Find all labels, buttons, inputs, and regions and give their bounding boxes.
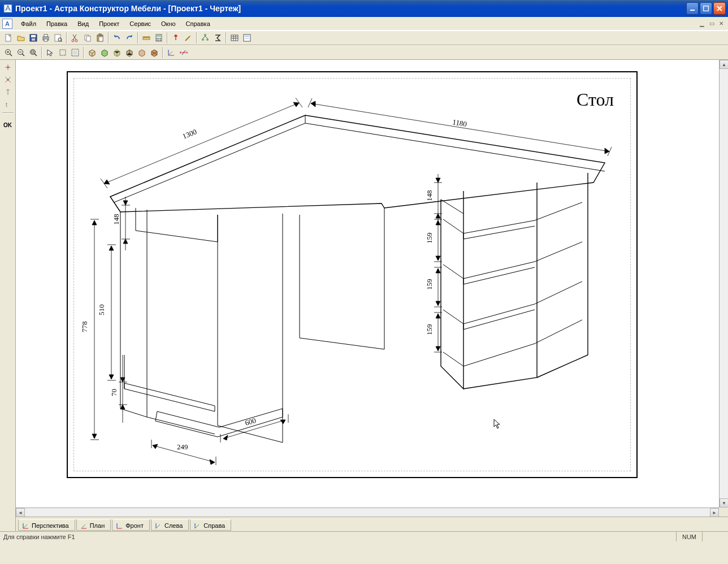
scroll-right-button[interactable]: ► [710,508,719,517]
menu-file[interactable]: Файл [16,18,41,29]
menubar: A Файл Правка Вид Проект Сервис Окно Спр… [0,17,728,31]
pin-button[interactable] [170,32,182,44]
undo-button[interactable] [111,32,123,44]
paste-button[interactable] [94,32,106,44]
document-icon[interactable]: A [2,19,12,29]
toolbar-left: t OK [0,60,16,532]
mdi-minimize-button[interactable]: ▁ [697,20,707,28]
sigma-button[interactable] [211,32,224,44]
cut-button[interactable] [69,32,81,44]
select-all-button[interactable] [69,46,81,59]
separator [108,32,109,44]
dim-1300: 1300 [181,127,198,141]
tab-left[interactable]: Слева [151,519,189,531]
form-button[interactable] [241,32,253,44]
svg-rect-42 [73,51,77,54]
box3d-4-button[interactable] [123,46,136,59]
separator [2,112,14,114]
toolbar-view [0,45,728,60]
scroll-down-button[interactable]: ▼ [720,498,728,507]
tab-plan[interactable]: План [76,519,111,531]
menu-edit[interactable]: Правка [41,18,72,29]
statusbar: Для справки нажмите F1 NUM [0,531,728,541]
horizontal-scrollbar[interactable]: ◄ ► [16,507,719,517]
box3d-3-button[interactable] [111,46,123,59]
dim-button[interactable] [177,46,190,59]
window-title: Проект1 - Астра Конструктор Мебели - [Пр… [15,4,686,13]
print-button[interactable] [40,32,52,44]
new-button[interactable] [2,32,15,44]
zoom-fit-button[interactable] [27,46,40,59]
box3d-1-button[interactable] [86,46,98,59]
titlebar: Проект1 - Астра Конструктор Мебели - [Пр… [0,0,728,17]
tab-perspective[interactable]: Перспектива [18,519,75,531]
tab-label: Фронт [125,522,144,529]
dim-778: 778 [80,322,89,333]
ok-button[interactable]: OK [1,119,15,131]
scroll-track[interactable] [25,508,710,517]
wand-button[interactable] [182,32,194,44]
dim-148-left: 148 [112,214,120,225]
svg-point-31 [206,38,209,41]
svg-rect-17 [99,34,101,36]
zoom-in-button[interactable] [2,46,15,59]
menu-window[interactable]: Окно [156,18,181,29]
maximize-button[interactable] [700,2,712,15]
tree-button[interactable] [199,32,211,44]
separator [226,32,227,44]
svg-rect-15 [86,36,90,41]
mdi-restore-button[interactable]: ▭ [707,20,716,28]
toolbar-standard [0,31,728,45]
close-button[interactable] [713,2,726,15]
svg-rect-34 [245,36,249,37]
mdi-close-button[interactable]: ✕ [717,20,726,28]
svg-rect-8 [44,34,47,37]
menu-project[interactable]: Проект [94,18,124,29]
svg-rect-2 [704,6,709,11]
menu-help[interactable]: Справка [181,18,215,29]
scroll-up-button[interactable]: ▲ [720,60,728,69]
print-preview-button[interactable] [52,32,64,44]
minimize-button[interactable] [686,2,699,15]
menu-service[interactable]: Сервис [124,18,156,29]
copy-button[interactable] [81,32,94,44]
svg-point-26 [158,40,159,41]
vertical-scrollbar[interactable]: ▲ ▼ [719,60,728,507]
box3d-2-button[interactable] [98,46,111,59]
calc-button[interactable] [153,32,165,44]
svg-point-44 [7,79,9,81]
select-button[interactable] [44,46,57,59]
svg-point-28 [175,34,177,37]
table-button[interactable] [228,32,241,44]
tab-label: Перспектива [32,522,69,529]
select-rect-button[interactable] [57,46,69,59]
snap1-button[interactable] [1,61,15,73]
dim-70: 70 [110,389,118,396]
canvas[interactable]: Стол [16,60,719,507]
tab-label: Слева [164,522,183,529]
redo-button[interactable] [123,32,136,44]
ruler-button[interactable] [140,32,153,44]
scroll-left-button[interactable]: ◄ [16,508,25,517]
status-hint: Для справки нажмите F1 [3,533,75,540]
tab-right[interactable]: Справа [190,519,231,531]
menu-view[interactable]: Вид [72,18,94,29]
snap4-button[interactable]: t [1,98,15,111]
box3d-5-button[interactable] [136,46,148,59]
axes-button[interactable] [165,46,177,59]
svg-rect-39 [32,51,34,53]
snap2-button[interactable] [1,73,15,86]
separator [137,32,138,44]
svg-rect-5 [31,35,36,37]
app-icon [3,4,12,13]
svg-rect-21 [157,35,161,37]
save-button[interactable] [27,32,40,44]
box3d-6-button[interactable] [148,46,161,59]
zoom-out-button[interactable] [15,46,27,59]
snap3-button[interactable] [1,86,15,98]
dim-249: 249 [177,442,188,451]
tab-front[interactable]: Фронт [112,519,150,531]
scroll-track[interactable] [720,69,728,498]
open-button[interactable] [15,32,27,44]
tab-label: План [90,522,105,529]
